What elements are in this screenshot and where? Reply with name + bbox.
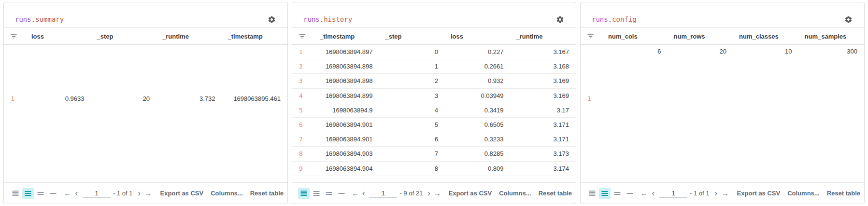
prev-page-button[interactable]: ‹ <box>649 188 658 199</box>
column-header-_runtime[interactable]: _runtime <box>511 28 576 44</box>
export-csv-button[interactable]: Export as CSV <box>449 190 492 197</box>
table-cell: 3.169 <box>511 92 576 99</box>
table-row[interactable]: 91698063894.90480.8093.174 <box>292 162 576 176</box>
row-height-controls <box>10 188 59 199</box>
rows-4-icon <box>300 190 308 197</box>
column-header-row: num_colsnum_rowsnum_classesnum_samples <box>581 27 864 45</box>
table-row[interactable]: 61698063894.90150.65053.171 <box>292 118 576 132</box>
column-header-num_samples[interactable]: num_samples <box>799 28 865 44</box>
prev-page-button[interactable]: ‹ <box>359 188 368 199</box>
gear-icon <box>556 15 564 24</box>
panel-title-dot: . <box>608 15 612 23</box>
panel-title-prefix: runs <box>303 15 320 23</box>
column-header-num_rows[interactable]: num_rows <box>668 28 734 44</box>
table-cell: 1698063894.903 <box>314 150 380 157</box>
next-page-button[interactable]: › <box>135 188 144 199</box>
rows-1-icon <box>626 190 634 197</box>
row-height-2-lines-button[interactable] <box>35 188 46 199</box>
row-height-4-lines-button[interactable] <box>586 188 598 199</box>
panel-runs-config: runs.config num_colsnum_rowsnum_classesn… <box>580 2 865 204</box>
table-row[interactable]: 31698063894.89820.9323.169 <box>292 74 576 88</box>
column-header-num_classes[interactable]: num_classes <box>733 28 799 44</box>
settings-button[interactable] <box>844 15 853 24</box>
column-header-loss[interactable]: loss <box>26 28 91 44</box>
filter-button[interactable] <box>10 33 17 40</box>
table-cell: 6 <box>602 45 668 55</box>
row-height-1-lines-button[interactable] <box>624 188 636 199</box>
table-cell: 10 <box>733 45 799 55</box>
row-height-4-lines-button[interactable] <box>10 188 21 199</box>
panel-title: runs.config <box>592 15 637 24</box>
row-height-2-lines-button[interactable] <box>612 188 623 199</box>
first-page-button[interactable]: ← <box>640 188 649 199</box>
page-number-input[interactable] <box>659 189 687 198</box>
column-header-_timestamp[interactable]: _timestamp <box>222 28 288 44</box>
table-toolbar: ← ‹ - 1 of 1 › → Export as CSV Columns..… <box>4 182 287 204</box>
first-page-button[interactable]: ← <box>63 188 72 199</box>
row-height-2-lines-button[interactable] <box>323 188 335 199</box>
page-number-input[interactable] <box>369 189 397 198</box>
table-row[interactable]: 41698063894.89930.039493.169 <box>292 89 576 103</box>
filter-button[interactable] <box>299 33 306 40</box>
row-height-1-lines-button[interactable] <box>336 188 347 199</box>
page-range-label: - 1 of 1 <box>113 190 132 197</box>
row-index: 4 <box>292 92 314 99</box>
next-page-button[interactable]: › <box>711 188 721 199</box>
last-page-button[interactable]: → <box>433 188 441 199</box>
reset-table-button[interactable]: Reset table <box>250 190 284 197</box>
table-cell: 0.932 <box>445 77 511 84</box>
table-row[interactable]: 162010300 <box>581 45 864 152</box>
table-cell: 1698063894.901 <box>314 136 380 143</box>
table-row[interactable]: 10.9633203.7321698063895.461 <box>4 45 287 152</box>
table-cell: 3.174 <box>511 165 576 172</box>
next-page-button[interactable]: › <box>425 188 433 199</box>
panel-title-prefix: runs <box>592 15 608 23</box>
table-row[interactable]: 11698063894.89700.2273.167 <box>292 45 576 59</box>
panel-header: runs.history <box>292 2 576 27</box>
table-cell: 0.6505 <box>445 121 511 128</box>
columns-button[interactable]: Columns... <box>211 190 242 197</box>
row-height-3-lines-button[interactable] <box>599 188 611 199</box>
reset-table-button[interactable]: Reset table <box>539 190 572 197</box>
column-header-_step[interactable]: _step <box>91 28 157 44</box>
settings-button[interactable] <box>555 15 564 24</box>
export-csv-button[interactable]: Export as CSV <box>737 190 781 197</box>
row-height-controls <box>298 188 347 199</box>
first-page-button[interactable]: ← <box>351 188 359 199</box>
gear-icon <box>844 15 853 24</box>
filter-button[interactable] <box>587 33 594 40</box>
columns-button[interactable]: Columns... <box>499 190 531 197</box>
table-row[interactable]: 71698063894.90160.32333.171 <box>292 132 576 147</box>
row-height-3-lines-button[interactable] <box>22 188 34 199</box>
column-header-loss[interactable]: loss <box>445 28 511 44</box>
settings-button[interactable] <box>267 15 276 24</box>
row-height-1-lines-button[interactable] <box>47 188 59 199</box>
last-page-button[interactable]: → <box>144 188 153 199</box>
column-header-_step[interactable]: _step <box>380 28 445 44</box>
table-row[interactable]: 51698063894.940.34193.17 <box>292 103 576 118</box>
table-cell: 300 <box>799 45 865 55</box>
table-cell: 0.8285 <box>445 150 511 157</box>
table-body: 11698063894.89700.2273.16721698063894.89… <box>292 45 576 182</box>
index-header-cell <box>581 28 602 44</box>
table-row[interactable]: 21698063894.89810.26613.168 <box>292 59 576 74</box>
column-header-_timestamp[interactable]: _timestamp <box>314 28 380 44</box>
rows-2-icon <box>613 190 621 197</box>
table-row[interactable]: 81698063894.90370.82853.173 <box>292 147 576 161</box>
row-height-3-lines-button[interactable] <box>311 188 322 199</box>
column-header-num_cols[interactable]: num_cols <box>602 28 668 44</box>
columns-button[interactable]: Columns... <box>787 190 819 197</box>
row-index: 1 <box>292 48 314 55</box>
table-body: 162010300 <box>581 45 864 182</box>
column-header-_runtime[interactable]: _runtime <box>157 28 222 44</box>
export-csv-button[interactable]: Export as CSV <box>160 190 204 197</box>
row-index: 8 <box>292 150 314 157</box>
page-number-input[interactable] <box>83 189 111 198</box>
table-cell: 7 <box>380 150 445 157</box>
prev-page-button[interactable]: ‹ <box>72 188 81 199</box>
table-cell: 0.3419 <box>445 107 511 114</box>
row-height-4-lines-button[interactable] <box>298 188 310 199</box>
reset-table-button[interactable]: Reset table <box>827 190 860 197</box>
panel-header: runs.summary <box>4 2 287 27</box>
last-page-button[interactable]: → <box>721 188 730 199</box>
